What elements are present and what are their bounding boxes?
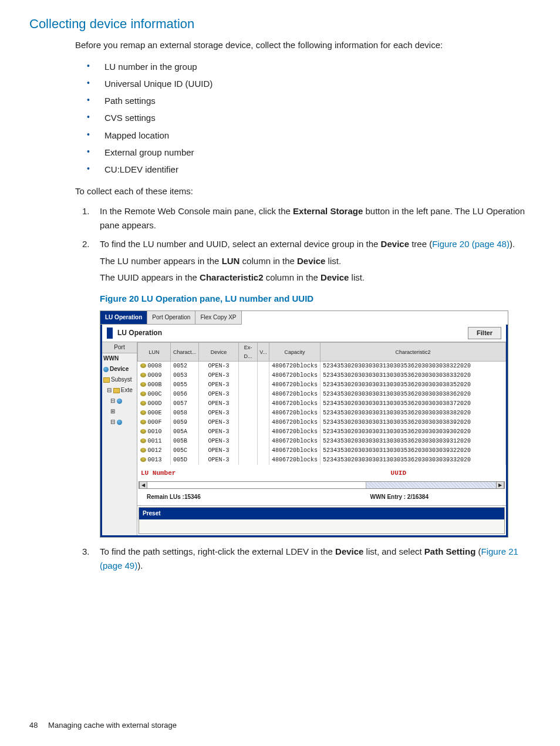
col-capacity[interactable]: Capacity	[269, 343, 321, 362]
device-tree-sidebar[interactable]: Port WWN Device Subsyst ⊟ Exte ⊟ ⊞ ⊟	[102, 342, 137, 535]
step-text: In the Remote Web Console main pane, cli…	[100, 206, 293, 216]
disk-icon	[140, 401, 146, 406]
step-number: 1.	[82, 204, 90, 218]
table-row[interactable]: 000D0057OPEN-34806720blocks5234353020303…	[138, 399, 506, 409]
pane-header: LU Operation Filter	[102, 325, 506, 342]
tree-expander-icon[interactable]: ⊞	[110, 408, 115, 414]
step-text: ).	[137, 561, 143, 571]
col-characteristic1[interactable]: Charact...	[171, 343, 199, 362]
disk-icon	[140, 410, 146, 415]
table-row[interactable]: 00090053OPEN-34806720blocks5234353020303…	[138, 371, 506, 380]
xref-link[interactable]: Figure 20 (page 48)	[432, 239, 510, 249]
table-row[interactable]: 0010005AOPEN-34806720blocks5234353020303…	[138, 427, 506, 437]
disk-icon	[140, 438, 146, 443]
sidebar-item-subsystem[interactable]: Subsyst	[102, 374, 137, 385]
scrollbar-track[interactable]	[147, 482, 366, 488]
tree-expander-icon[interactable]: ⊟	[110, 397, 115, 404]
sub-text: list.	[325, 256, 341, 266]
wwn-entry-label: WWN Entry : 2/16384	[370, 492, 429, 502]
filter-button[interactable]: Filter	[468, 327, 501, 340]
list-item: Mapped location	[75, 127, 531, 144]
col-lun[interactable]: LUN	[138, 343, 171, 362]
step-text: ).	[510, 239, 515, 249]
step-text: To find the path settings, right-click t…	[100, 546, 335, 556]
section-title: Collecting device information	[29, 16, 531, 32]
tab-strip: LU Operation Port Operation Flex Copy XP	[100, 311, 508, 325]
list-item: LU number in the group	[75, 58, 531, 75]
disk-icon	[140, 373, 146, 377]
disk-icon	[140, 457, 146, 462]
list-item: CVS settings	[75, 109, 531, 126]
device-table[interactable]: LUN Charact... Device Ex-D... V... Capac…	[137, 342, 506, 465]
tab-port-operation[interactable]: Port Operation	[147, 311, 195, 325]
table-header-row: LUN Charact... Device Ex-D... V... Capac…	[138, 343, 506, 362]
scroll-left-arrow-icon[interactable]: ◀	[139, 482, 147, 488]
disk-icon	[140, 382, 146, 387]
figure-caption: Figure 20 LU Operation pane, LU number a…	[100, 292, 531, 306]
step-text: tree (	[409, 239, 432, 249]
procedure-list: 1. In the Remote Web Console main pane, …	[75, 204, 531, 573]
ui-term: Device	[381, 239, 409, 249]
preset-title: Preset	[139, 508, 504, 519]
sidebar-item-node[interactable]: ⊟	[102, 396, 137, 406]
scroll-right-arrow-icon[interactable]: ▶	[496, 482, 504, 488]
disk-icon	[140, 420, 146, 424]
preset-body	[139, 519, 504, 534]
tab-lu-operation[interactable]: LU Operation	[100, 311, 147, 325]
step-number: 3.	[82, 545, 90, 559]
sub-text: list.	[349, 272, 365, 282]
list-item: Universal Unique ID (UUID)	[75, 75, 531, 92]
tree-expander-icon[interactable]: ⊟	[110, 418, 115, 425]
sidebar-item-external[interactable]: ⊟ Exte	[102, 385, 137, 396]
tab-flex-copy-xp[interactable]: Flex Copy XP	[195, 311, 241, 325]
list-item: Path settings	[75, 92, 531, 109]
step-text: (	[475, 546, 481, 556]
col-exd[interactable]: Ex-D...	[239, 343, 258, 362]
ui-term: Characteristic2	[200, 272, 263, 282]
ui-term: External Storage	[293, 206, 363, 216]
device-icon	[117, 420, 122, 425]
sidebar-item-wwn[interactable]: WWN	[102, 353, 137, 364]
tree-expander-icon[interactable]: ⊟	[107, 387, 112, 393]
sub-text: The LU number appears in the	[100, 256, 222, 266]
table-row[interactable]: 0013005DOPEN-34806720blocks5234353020303…	[138, 455, 506, 465]
list-item: External group number	[75, 144, 531, 161]
ui-term: Device	[321, 272, 349, 282]
scrollbar-track[interactable]	[366, 482, 496, 488]
col-v[interactable]: V...	[258, 343, 269, 362]
horizontal-scrollbar[interactable]: ◀ ▶	[139, 481, 505, 489]
sidebar-item-node[interactable]: ⊟	[102, 417, 137, 427]
step-1: 1. In the Remote Web Console main pane, …	[75, 204, 531, 232]
step-text: To find the LU number and UUID, select a…	[100, 239, 381, 249]
table-row[interactable]: 0012005COPEN-34806720blocks5234353020303…	[138, 446, 506, 455]
annotation-row: LU Number UUID	[137, 465, 506, 479]
disk-icon	[140, 448, 146, 453]
ui-term: LUN	[222, 256, 240, 266]
table-row[interactable]: 000F0059OPEN-34806720blocks5234353020303…	[138, 418, 506, 427]
collect-lead: To collect each of these items:	[75, 185, 531, 198]
sub-text: column in the	[264, 272, 321, 282]
ui-term: Path Setting	[424, 546, 476, 556]
folder-icon	[103, 377, 110, 383]
list-item: CU:LDEV identifier	[75, 161, 531, 178]
folder-icon	[113, 388, 120, 393]
sidebar-column-header: Port	[102, 342, 137, 353]
preset-panel: Preset	[139, 507, 505, 534]
step-text: list, and select	[363, 546, 424, 556]
annotation-lu-number: LU Number	[141, 468, 176, 479]
info-bullet-list: LU number in the group Universal Unique …	[75, 58, 531, 178]
table-row[interactable]: 00080052OPEN-34806720blocks5234353020303…	[138, 362, 506, 372]
table-row[interactable]: 000B0055OPEN-34806720blocks5234353020303…	[138, 380, 506, 390]
col-characteristic2[interactable]: Characteristic2	[321, 343, 506, 362]
table-row[interactable]: 000C0056OPEN-34806720blocks5234353020303…	[138, 390, 506, 399]
ui-term: Device	[297, 256, 325, 266]
intro-text: Before you remap an external storage dev…	[75, 39, 531, 52]
step-3: 3. To find the path settings, right-clic…	[75, 545, 531, 573]
tab-body: LU Operation Filter Port WWN Device Subs…	[100, 325, 508, 537]
pane-title: LU Operation	[107, 328, 162, 339]
sidebar-item-node[interactable]: ⊞	[102, 406, 137, 417]
sidebar-item-device[interactable]: Device	[102, 364, 137, 374]
table-row[interactable]: 000E0058OPEN-34806720blocks5234353020303…	[138, 409, 506, 418]
col-device[interactable]: Device	[199, 343, 239, 362]
table-row[interactable]: 0011005BOPEN-34806720blocks5234353020303…	[138, 437, 506, 446]
